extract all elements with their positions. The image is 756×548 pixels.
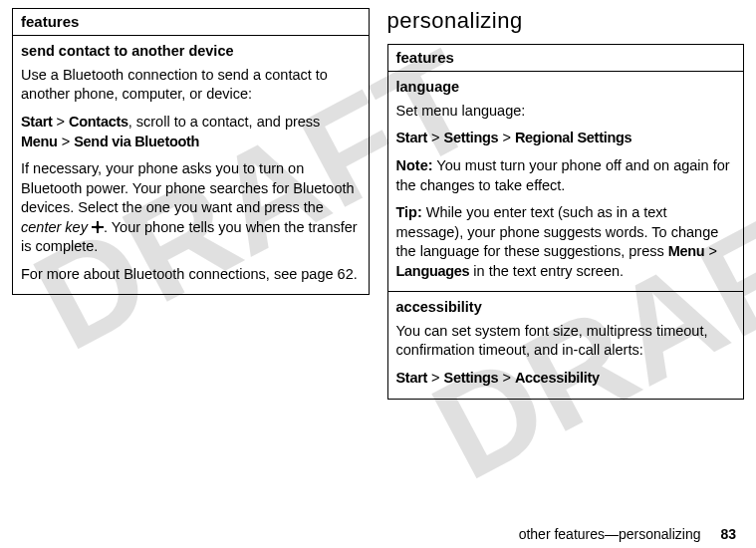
tip-languages: Languages <box>396 263 470 279</box>
path-send-bt: Send via Bluetooth <box>74 134 199 149</box>
row-title: accessibility <box>396 298 736 318</box>
page-footer: other features—personalizing 83 <box>519 526 736 542</box>
text: If necessary, your phone asks you to tur… <box>21 160 355 215</box>
note-label: Note: <box>396 157 433 173</box>
tip-label: Tip: <box>396 204 422 220</box>
right-table-header: features <box>387 45 744 72</box>
section-title-personalizing: personalizing <box>387 8 745 34</box>
note: Note: You must turn your phone off and o… <box>396 156 736 195</box>
path-rest: , scroll to a contact, and press <box>128 114 321 130</box>
note-text: You must turn your phone off and on agai… <box>396 157 730 193</box>
center-key-icon <box>92 221 104 233</box>
path-regional: Regional Settings <box>515 130 631 145</box>
tip-sep: > <box>704 243 717 259</box>
center-key-label: center key <box>21 219 88 235</box>
tip-text: in the text entry screen. <box>469 263 624 279</box>
row-title: send contact to another device <box>21 42 361 62</box>
right-row-language: language Set menu language: Start > Sett… <box>387 72 744 292</box>
page-columns: features send contact to another device … <box>0 0 756 404</box>
path-sep: > <box>53 114 70 130</box>
path-settings: Settings <box>444 370 499 386</box>
path-start: Start <box>21 114 53 130</box>
page-number: 83 <box>720 526 736 542</box>
menu-path: Start > Settings > Accessibility <box>396 369 736 389</box>
path-sep: > <box>498 130 515 145</box>
footer-text: other features—personalizing <box>519 526 701 542</box>
path-menu: Menu <box>21 134 58 149</box>
left-table-header: features <box>13 9 370 36</box>
row-title: language <box>396 78 736 98</box>
tip-menu: Menu <box>668 243 705 259</box>
path-start: Start <box>396 370 428 386</box>
path-settings: Settings <box>444 130 499 145</box>
path-sep: > <box>427 130 444 145</box>
paragraph: If necessary, your phone asks you to tur… <box>21 159 361 257</box>
paragraph: For more about Bluetooth connections, se… <box>21 265 361 285</box>
path-sep: > <box>58 134 75 149</box>
tip: Tip: While you enter text (such as in a … <box>396 203 736 281</box>
path-sep: > <box>498 370 515 386</box>
path-contacts: Contacts <box>69 114 128 130</box>
right-row-accessibility: accessibility You can set system font si… <box>387 292 744 399</box>
left-column: features send contact to another device … <box>12 8 370 400</box>
menu-path: Start > Settings > Regional Settings <box>396 129 736 148</box>
paragraph: Set menu language: <box>396 102 736 122</box>
menu-path: Start > Contacts, scroll to a contact, a… <box>21 113 361 151</box>
paragraph: You can set system font size, multipress… <box>396 322 736 361</box>
right-column: personalizing features language Set menu… <box>387 8 745 400</box>
right-features-table: features language Set menu language: Sta… <box>387 44 745 400</box>
path-accessibility: Accessibility <box>515 370 600 386</box>
path-start: Start <box>396 130 428 145</box>
left-features-table: features send contact to another device … <box>12 8 370 295</box>
left-row-send-contact: send contact to another device Use a Blu… <box>13 36 370 295</box>
path-sep: > <box>427 370 444 386</box>
paragraph: Use a Bluetooth connection to send a con… <box>21 66 361 105</box>
